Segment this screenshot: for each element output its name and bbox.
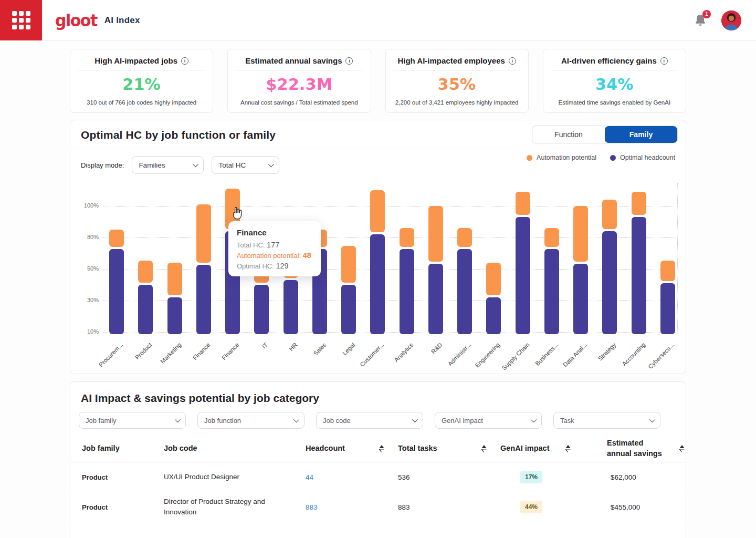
sort-icon[interactable] bbox=[679, 445, 685, 452]
kpi-row: High AI-impacted jobs i 21% 310 out of 7… bbox=[70, 49, 686, 113]
tooltip-optimal-hc: Optimal HC: 129 bbox=[237, 262, 312, 270]
bar-optimal-headcount[interactable] bbox=[428, 264, 443, 334]
column-header: Job code bbox=[164, 443, 306, 454]
gridline bbox=[103, 332, 677, 333]
filter-dropdown[interactable]: Task bbox=[553, 412, 660, 429]
bar-automation-potential[interactable] bbox=[486, 263, 501, 295]
impact-badge: 17% bbox=[520, 471, 542, 483]
column-header: Estimated annual savings bbox=[584, 438, 698, 459]
bar-automation-potential[interactable] bbox=[167, 263, 182, 295]
cell-job-code: UX/UI Product Designer bbox=[164, 470, 306, 484]
bar-automation-potential[interactable] bbox=[573, 206, 588, 262]
cell-headcount-link[interactable]: 883 bbox=[306, 501, 398, 513]
chevron-down-icon bbox=[293, 417, 299, 422]
bar-optimal-headcount[interactable] bbox=[602, 231, 617, 334]
legend-dot bbox=[527, 155, 532, 161]
bar-automation-potential[interactable] bbox=[196, 204, 211, 263]
chevron-down-icon bbox=[649, 417, 655, 422]
info-icon[interactable]: i bbox=[660, 57, 668, 65]
kpi-divider bbox=[235, 70, 363, 70]
bar-automation-potential[interactable] bbox=[428, 206, 443, 262]
cell-genai-impact: 17% bbox=[500, 469, 584, 485]
info-icon[interactable]: i bbox=[509, 57, 516, 65]
bar-optimal-headcount[interactable] bbox=[254, 285, 269, 334]
bar-automation-potential[interactable] bbox=[544, 228, 559, 247]
legend-item: Automation potential bbox=[527, 154, 596, 161]
notifications-button[interactable]: 1 bbox=[694, 14, 708, 27]
kpi-value: $22.3M bbox=[228, 75, 370, 94]
bar-automation-potential[interactable] bbox=[370, 190, 385, 232]
legend-dot bbox=[610, 155, 616, 161]
table-filters: Job family Job function Job code GenAI i… bbox=[79, 412, 686, 429]
bar-optimal-headcount[interactable] bbox=[196, 265, 211, 334]
bar-automation-potential[interactable] bbox=[109, 230, 124, 247]
filter-dropdown[interactable]: Job family bbox=[79, 412, 186, 429]
kpi-title: Estimated annual savings bbox=[245, 56, 342, 65]
chevron-down-icon bbox=[531, 417, 537, 422]
bar-optimal-headcount[interactable] bbox=[516, 217, 530, 334]
cell-headcount-link[interactable]: 44 bbox=[306, 471, 398, 483]
bar-optimal-headcount[interactable] bbox=[370, 234, 385, 334]
bar-optimal-headcount[interactable] bbox=[284, 280, 298, 334]
bar-optimal-headcount[interactable] bbox=[167, 297, 182, 334]
filter-dropdown[interactable]: GenAI impact bbox=[435, 412, 542, 429]
impact-badge: 44% bbox=[520, 501, 542, 513]
toggle-family[interactable]: Family bbox=[605, 126, 677, 143]
kpi-title: High AI-impacted employees bbox=[397, 56, 505, 65]
bar-optimal-headcount[interactable] bbox=[138, 285, 153, 334]
kpi-caption: 2,200 out of 3,421 employees highly impa… bbox=[386, 99, 528, 106]
bar-automation-potential[interactable] bbox=[602, 200, 617, 229]
chevron-down-icon bbox=[268, 161, 274, 167]
sort-icon[interactable] bbox=[379, 445, 384, 452]
table-row[interactable]: Product UX/UI Product Designer 44 536 17… bbox=[70, 462, 686, 492]
bar-optimal-headcount[interactable] bbox=[632, 217, 646, 334]
kpi-card: AI-driven efficiency gains i 34% Estimat… bbox=[543, 49, 686, 113]
bar-optimal-headcount[interactable] bbox=[660, 283, 675, 334]
bar-optimal-headcount[interactable] bbox=[400, 249, 414, 334]
bar-optimal-headcount[interactable] bbox=[573, 264, 588, 334]
column-header: Headcount bbox=[306, 443, 398, 454]
brand: gloot AI Index bbox=[55, 0, 140, 40]
bar-optimal-headcount[interactable] bbox=[341, 285, 356, 334]
filter-label: Job family bbox=[86, 417, 117, 425]
column-header: GenAI impact bbox=[500, 443, 584, 454]
bar-automation-potential[interactable] bbox=[138, 261, 153, 283]
sort-icon[interactable] bbox=[565, 445, 571, 452]
toggle-function[interactable]: Function bbox=[532, 126, 605, 143]
kpi-card: Estimated annual savings i $22.3M Annual… bbox=[227, 49, 371, 113]
bar-automation-potential[interactable] bbox=[660, 261, 675, 281]
bar-optimal-headcount[interactable] bbox=[109, 249, 124, 334]
kpi-title: High AI-impacted jobs bbox=[94, 56, 177, 65]
table-row[interactable]: Product Director of Product Strategy and… bbox=[70, 492, 686, 522]
filter-dropdown[interactable]: Job code bbox=[316, 412, 423, 429]
cell-job-family: Product bbox=[82, 501, 164, 513]
info-icon[interactable]: i bbox=[181, 57, 188, 65]
bar-automation-potential[interactable] bbox=[457, 228, 472, 247]
chevron-down-icon bbox=[412, 417, 418, 422]
grid-icon bbox=[12, 11, 30, 29]
bar-optimal-headcount[interactable] bbox=[544, 249, 559, 334]
bar-automation-potential[interactable] bbox=[516, 192, 530, 215]
bar-automation-potential[interactable] bbox=[632, 192, 646, 215]
bar-automation-potential[interactable] bbox=[341, 246, 356, 283]
filter-dropdown[interactable]: Job function bbox=[197, 412, 304, 429]
top-bar: gloot AI Index 1 bbox=[0, 0, 756, 40]
top-right-actions: 1 bbox=[694, 0, 741, 40]
info-icon[interactable]: i bbox=[345, 57, 353, 65]
y-axis-tick-label: 80% bbox=[76, 234, 99, 240]
total-hc-dropdown[interactable]: Total HC bbox=[212, 156, 279, 174]
bar-optimal-headcount[interactable] bbox=[457, 249, 472, 334]
families-dropdown[interactable]: Families bbox=[132, 156, 204, 174]
app-launcher-button[interactable] bbox=[0, 0, 42, 40]
sort-icon[interactable] bbox=[481, 445, 487, 452]
bar-optimal-headcount[interactable] bbox=[486, 297, 501, 334]
tooltip-title: Finance bbox=[237, 228, 312, 237]
chart-plot: 100%80%50%30%10%Procurem...ProductMarket… bbox=[103, 183, 678, 334]
filter-label: GenAI impact bbox=[442, 417, 483, 425]
table-title: AI Impact & savings potential by job cat… bbox=[70, 382, 686, 405]
user-avatar[interactable] bbox=[721, 11, 741, 30]
cell-total-tasks: 883 bbox=[398, 501, 500, 513]
bar-automation-potential[interactable] bbox=[400, 228, 414, 247]
kpi-divider bbox=[78, 70, 205, 70]
kpi-caption: 310 out of 766 job codes highly impacted bbox=[70, 99, 213, 106]
